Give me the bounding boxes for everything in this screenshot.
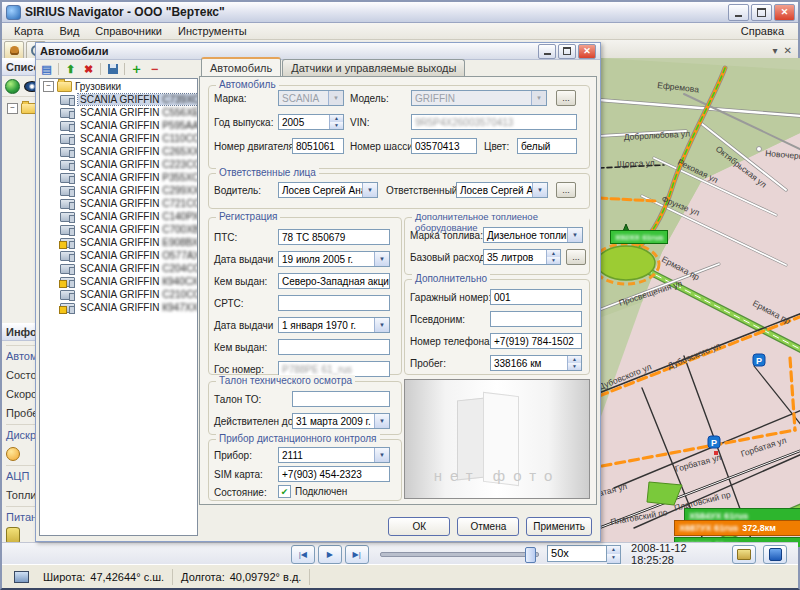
move-up-button[interactable]: ⬆ xyxy=(62,62,79,77)
pan-tool-button[interactable] xyxy=(4,41,24,60)
map-mode-button[interactable] xyxy=(763,545,787,564)
pts-issued-by-field[interactable]: Северо-Западная акцизная т xyxy=(278,273,390,289)
street-label: Щорса ул xyxy=(617,158,655,169)
speed-spinner[interactable]: ▲▼ xyxy=(607,545,621,564)
play-button[interactable]: ▶ xyxy=(318,545,342,564)
garage-number-field[interactable]: 001 xyxy=(490,289,582,305)
tree-item-vehicle[interactable]: SCANIA GRIFFIN С700ХВ 61rus xyxy=(40,223,197,236)
tree-item-vehicle[interactable]: SCANIA GRIFFIN Р355ХС 61rus xyxy=(40,171,197,184)
persons-browse-button[interactable]: ... xyxy=(556,182,576,198)
prev-button[interactable]: |◀ xyxy=(291,545,315,564)
chevron-down-icon: ▼ xyxy=(374,448,389,462)
menu-item-Инструменты[interactable]: Инструменты xyxy=(170,24,255,38)
chevron-down-icon: ▼ xyxy=(531,91,546,105)
device-combo[interactable]: 2111▼ xyxy=(278,447,390,463)
tree-item-vehicle[interactable]: SCANIA GRIFFIN К940СХ 161rus xyxy=(40,275,197,288)
tree-item-vehicle[interactable]: SCANIA GRIFFIN Е908ВХ 161rus xyxy=(40,236,197,249)
tree-item-vehicle[interactable]: SCANIA GRIFFIN С299ХХ 61rus xyxy=(40,184,197,197)
tree-item-vehicle[interactable]: SCANIA GRIFFIN С265ХХ 61rus xyxy=(40,145,197,158)
sim-card-field[interactable]: +7(903) 454-2323 xyxy=(278,466,390,482)
ok-button[interactable]: ОК xyxy=(388,517,450,536)
tree-view-button[interactable]: ▤ xyxy=(38,62,55,77)
srts-field[interactable] xyxy=(278,295,390,311)
report-button[interactable] xyxy=(732,545,756,564)
fuel-rate-spinner[interactable]: 35 литров▲▼ xyxy=(483,249,561,265)
cancel-button[interactable]: Отмена xyxy=(457,517,519,536)
model-combo[interactable]: GRIFFIN▼ xyxy=(411,90,547,106)
apply-button[interactable]: Применить xyxy=(526,517,592,536)
timeline-slider[interactable] xyxy=(380,552,539,557)
speed-input[interactable]: 50x xyxy=(547,545,607,562)
tree-item-vehicle[interactable]: SCANIA GRIFFIN С110СС 61rus xyxy=(40,132,197,145)
vehicle-map-label[interactable]: Х92ХХ 61rus xyxy=(610,230,668,244)
vehicles-dialog: Автомобили ✕ ▤ ⬆ ✖ ＋ － − Грузовики xyxy=(35,42,601,542)
menu-help[interactable]: Справка xyxy=(731,24,794,38)
truck-icon xyxy=(60,186,75,196)
fuel-browse-button[interactable]: ... xyxy=(566,249,586,265)
truck-icon xyxy=(60,147,75,157)
truck-icon xyxy=(60,173,75,183)
year-spinner[interactable]: 2005▲▼ xyxy=(278,114,344,130)
engine-number-field[interactable]: 8051061 xyxy=(292,138,344,154)
tree-item-label: SCANIA GRIFFIN С556ХЕ 61rus xyxy=(78,107,198,118)
delete-button[interactable]: ✖ xyxy=(80,62,97,77)
map-panel-collapse-icon[interactable]: ▾ xyxy=(773,45,778,56)
chassis-number-field[interactable]: 03570413 xyxy=(411,138,477,154)
tree-item-vehicle[interactable]: SCANIA GRIFFIN Р595АА 61rus xyxy=(40,119,197,132)
dialog-maximize-button[interactable] xyxy=(558,44,576,59)
close-button[interactable]: ✕ xyxy=(774,4,795,21)
inspection-ticket-field[interactable] xyxy=(292,391,390,407)
tab-control: Автомобиль Датчики и управляемые выходы … xyxy=(199,59,597,503)
truck-icon xyxy=(60,225,75,235)
alias-field[interactable] xyxy=(490,311,582,327)
expand-icon[interactable]: − xyxy=(43,81,54,92)
pts-field[interactable]: 78 ТС 850679 xyxy=(278,229,390,245)
pts-issue-date-picker[interactable]: 19 июля 2005 г.▼ xyxy=(278,251,390,267)
menu-item-Карта[interactable]: Карта xyxy=(6,24,51,38)
tab-sensors[interactable]: Датчики и управляемые выходы xyxy=(282,59,465,76)
tree-item-vehicle[interactable]: SCANIA GRIFFIN С721СС 61rus xyxy=(40,197,197,210)
brand-combo[interactable]: SCANIA▼ xyxy=(278,90,344,106)
tree-item-vehicle[interactable]: SCANIA GRIFFIN О577АУ 61rus xyxy=(40,249,197,262)
fuel-type-combo[interactable]: Дизельное топливо▼ xyxy=(483,227,583,243)
vin-field[interactable]: 9R5P4X26003570413 xyxy=(411,114,577,130)
tree-item-vehicle[interactable]: SCANIA GRIFFIN С210СС 61rus xyxy=(40,288,197,301)
remove-button[interactable]: － xyxy=(146,62,163,77)
longitude-value: 40,09792° в.д. xyxy=(230,571,302,583)
globe-icon[interactable] xyxy=(5,79,20,94)
color-field[interactable]: белый xyxy=(517,138,577,154)
tree-item-vehicle[interactable]: SCANIA GRIFFIN С140РХ 161rus xyxy=(40,210,197,223)
responsible-combo[interactable]: Лосев Сергей Анатоль▼ xyxy=(456,182,548,198)
tree-item-vehicle[interactable]: SCANIA GRIFFIN К947ХХ 161rus xyxy=(40,301,197,314)
minimize-button[interactable] xyxy=(728,4,749,21)
next-button[interactable]: ▶| xyxy=(345,545,369,564)
tab-vehicle[interactable]: Автомобиль xyxy=(201,57,281,76)
route-vehicle-label[interactable]: Х687УХ 61rus372,8км xyxy=(674,520,800,536)
add-button[interactable]: ＋ xyxy=(128,62,145,77)
app-icon xyxy=(6,5,21,20)
tree-item-vehicle[interactable]: SCANIA GRIFFIN С556ХЕ 61rus xyxy=(40,106,197,119)
model-browse-button[interactable]: ... xyxy=(556,90,576,106)
menu-item-Вид[interactable]: Вид xyxy=(51,24,87,38)
tree-item-vehicle[interactable]: SCANIA GRIFFIN С739ХС 61rus xyxy=(40,93,197,106)
mileage-spinner[interactable]: 338166 км▲▼ xyxy=(490,355,582,371)
restore-button[interactable] xyxy=(751,4,772,21)
connected-checkbox[interactable]: ✔Подключен xyxy=(278,485,347,498)
tree-item-vehicle[interactable]: SCANIA GRIFFIN С204СС 61rus xyxy=(40,262,197,275)
expand-icon[interactable]: − xyxy=(7,103,18,114)
slider-handle[interactable] xyxy=(525,547,536,563)
dialog-minimize-button[interactable] xyxy=(538,44,556,59)
tree-item-vehicle[interactable]: SCANIA GRIFFIN С223СС 61rus xyxy=(40,158,197,171)
driver-combo[interactable]: Лосев Сергей Анатоль▼ xyxy=(278,182,378,198)
truck-icon xyxy=(60,264,75,274)
longitude-label: Долгота: xyxy=(181,571,225,583)
save-button[interactable] xyxy=(104,62,121,77)
menu-item-Справочники[interactable]: Справочники xyxy=(87,24,170,38)
srts-issue-date-picker[interactable]: 1 января 1970 г.▼ xyxy=(278,317,390,333)
dialog-close-button[interactable]: ✕ xyxy=(578,44,596,59)
map-panel-close-icon[interactable]: ✕ xyxy=(784,45,792,56)
phone-field[interactable]: +7(919) 784-1502 xyxy=(490,333,582,349)
vehicle-tree[interactable]: − Грузовики SCANIA GRIFFIN С739ХС 61rusS… xyxy=(39,78,198,536)
srts-issued-by-field[interactable] xyxy=(278,339,390,355)
inspection-valid-date-picker[interactable]: 31 марта 2009 г.▼ xyxy=(292,413,390,429)
